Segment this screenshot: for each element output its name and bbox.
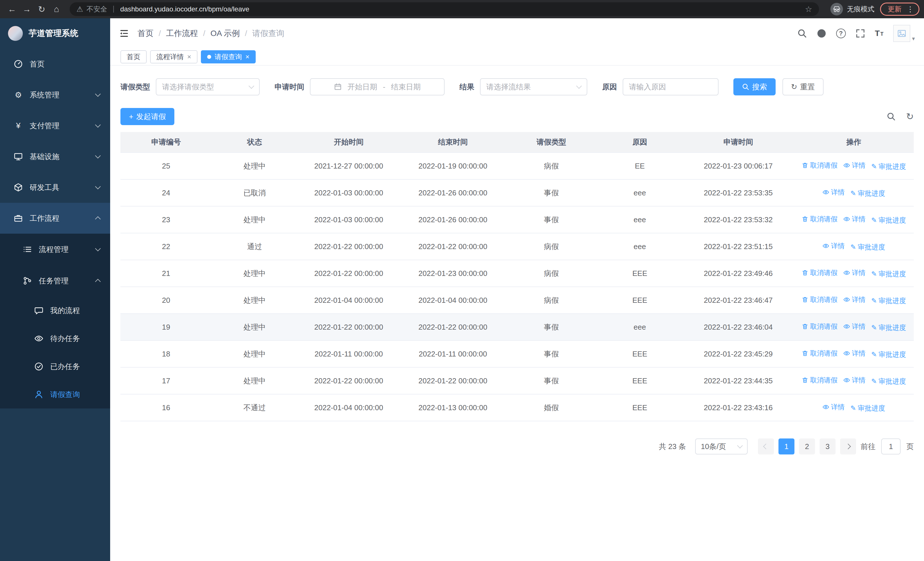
security-label[interactable]: 不安全 [87, 5, 107, 14]
eye-icon [843, 350, 850, 357]
sidebar-item-done-tasks[interactable]: 已办任务 [0, 352, 110, 381]
page-size-select[interactable]: 10条/页 [695, 438, 748, 454]
search-button[interactable]: 搜索 [734, 78, 776, 95]
url-bar[interactable]: ⚠ 不安全 dashboard.yudao.iocoder.cn/bpm/oa/… [70, 2, 819, 16]
tab-process-detail[interactable]: 流程详情 × [150, 50, 198, 63]
github-icon[interactable] [817, 29, 826, 38]
search-toggle-icon[interactable] [886, 112, 896, 121]
sidebar-item-payment-mgmt[interactable]: ¥ 支付管理 [0, 110, 110, 141]
edit-icon: ✎ [871, 378, 877, 385]
sidebar-item-task-mgmt[interactable]: 任务管理 [0, 265, 110, 296]
browser-menu-icon[interactable]: ⋮ [907, 5, 914, 14]
home-icon[interactable]: ⌂ [49, 2, 64, 17]
create-leave-button[interactable]: + 发起请假 [120, 108, 174, 125]
goto-page-input[interactable] [881, 438, 901, 454]
cancel-leave-link[interactable]: 取消请假 [802, 376, 837, 385]
sidebar-item-infrastructure[interactable]: 基础设施 [0, 141, 110, 172]
leave-type-select[interactable]: 请选择请假类型 [156, 78, 260, 95]
bookmark-star-icon[interactable]: ☆ [805, 5, 812, 14]
sidebar-collapse-button[interactable] [119, 29, 129, 38]
cancel-leave-link[interactable]: 取消请假 [802, 295, 837, 304]
detail-link[interactable]: 详情 [843, 349, 866, 358]
table-row[interactable]: 21 处理中 2022-01-22 00:00:00 2022-01-23 00… [120, 260, 914, 287]
table-row[interactable]: 18 处理中 2022-01-11 00:00:00 2022-01-11 00… [120, 340, 914, 367]
approval-progress-link[interactable]: ✎审批进度 [871, 216, 906, 225]
forward-icon[interactable]: → [20, 2, 34, 17]
detail-link[interactable]: 详情 [843, 376, 866, 385]
refresh-icon[interactable]: ↻ [906, 112, 914, 121]
reload-icon[interactable]: ↻ [34, 2, 49, 17]
approval-progress-link[interactable]: ✎审批进度 [850, 189, 885, 198]
reset-button[interactable]: ↻ 重置 [783, 78, 824, 95]
sidebar-item-todo-tasks[interactable]: 待办任务 [0, 325, 110, 352]
yen-icon: ¥ [14, 121, 23, 130]
branch-icon [23, 276, 32, 285]
approval-progress-link[interactable]: ✎审批进度 [871, 296, 906, 305]
tab-home[interactable]: 首页 [120, 50, 147, 63]
sidebar-item-my-process[interactable]: 我的流程 [0, 296, 110, 325]
detail-link[interactable]: 详情 [843, 295, 866, 304]
table-row[interactable]: 17 处理中 2022-01-22 00:00:00 2022-01-22 00… [120, 367, 914, 394]
approval-progress-link[interactable]: ✎审批进度 [871, 350, 906, 359]
table-row[interactable]: 22 通过 2022-01-22 00:00:00 2022-01-22 00:… [120, 233, 914, 260]
approval-progress-link[interactable]: ✎审批进度 [871, 162, 906, 171]
table-row[interactable]: 20 处理中 2022-01-04 00:00:00 2022-01-04 00… [120, 287, 914, 314]
breadcrumb-item-home[interactable]: 首页 [138, 28, 153, 39]
detail-link[interactable]: 详情 [822, 188, 844, 197]
eye-icon [843, 269, 850, 276]
reason-input[interactable] [622, 78, 718, 95]
table-row[interactable]: 25 处理中 2021-12-27 00:00:00 2022-01-19 00… [120, 152, 914, 179]
approval-progress-link[interactable]: ✎审批进度 [871, 377, 906, 386]
approval-progress-link[interactable]: ✎审批进度 [871, 269, 906, 278]
table-row[interactable]: 23 处理中 2022-01-03 00:00:00 2022-01-26 00… [120, 206, 914, 233]
close-icon[interactable]: × [187, 53, 191, 60]
chevron-down-icon [576, 83, 582, 89]
approval-progress-link[interactable]: ✎审批进度 [871, 323, 906, 332]
table-row[interactable]: 19 处理中 2022-01-22 00:00:00 2022-01-22 00… [120, 314, 914, 340]
cancel-leave-link[interactable]: 取消请假 [802, 349, 837, 358]
table-row[interactable]: 16 不通过 2022-01-04 00:00:00 2022-01-13 00… [120, 394, 914, 421]
tab-leave-query[interactable]: 请假查询 × [201, 50, 256, 63]
breadcrumb-item-workflow[interactable]: 工作流程 [166, 28, 198, 39]
col-apply-time: 申请时间 [682, 132, 794, 152]
eye-icon [822, 242, 829, 250]
sidebar-item-leave-query[interactable]: 请假查询 [0, 381, 110, 409]
sidebar-item-workflow[interactable]: 工作流程 [0, 203, 110, 234]
back-icon[interactable]: ← [4, 2, 20, 17]
breadcrumb-item-oa-example[interactable]: OA 示例 [211, 28, 240, 39]
detail-link[interactable]: 详情 [843, 322, 866, 331]
sidebar-item-system-mgmt[interactable]: ⚙ 系统管理 [0, 80, 110, 110]
fullscreen-icon[interactable] [855, 29, 865, 38]
cancel-leave-link[interactable]: 取消请假 [802, 268, 837, 277]
cube-icon [14, 183, 23, 192]
detail-link[interactable]: 详情 [843, 215, 866, 224]
prev-page-button[interactable] [758, 438, 774, 454]
page-button-2[interactable]: 2 [799, 438, 815, 454]
apply-time-range-picker[interactable]: 开始日期 - 结束日期 [310, 78, 445, 95]
search-icon[interactable] [797, 29, 807, 38]
approval-progress-link[interactable]: ✎审批进度 [850, 404, 885, 413]
close-icon[interactable]: × [245, 53, 249, 60]
help-icon[interactable]: ? [836, 29, 846, 38]
detail-link[interactable]: 详情 [822, 403, 844, 412]
detail-link[interactable]: 详情 [843, 268, 866, 277]
detail-link[interactable]: 详情 [843, 161, 866, 170]
cancel-leave-link[interactable]: 取消请假 [802, 215, 837, 224]
page-button-3[interactable]: 3 [819, 438, 836, 454]
table-row[interactable]: 24 已取消 2022-01-03 00:00:00 2022-01-26 00… [120, 179, 914, 206]
sidebar-item-home[interactable]: 首页 [0, 48, 110, 80]
cancel-leave-link[interactable]: 取消请假 [802, 161, 837, 170]
approval-progress-link[interactable]: ✎审批进度 [850, 242, 885, 252]
user-avatar[interactable]: ▾ [893, 25, 915, 42]
result-select[interactable]: 请选择流结果 [480, 78, 587, 95]
update-button[interactable]: 更新 ⋮ [880, 3, 920, 16]
font-size-icon[interactable]: TT [875, 29, 884, 38]
breadcrumb-separator: / [159, 29, 161, 38]
detail-link[interactable]: 详情 [822, 241, 844, 251]
page-button-1[interactable]: 1 [778, 438, 795, 454]
app-logo[interactable]: 芋道管理系统 [0, 18, 110, 48]
cancel-leave-link[interactable]: 取消请假 [802, 322, 837, 331]
sidebar-item-process-mgmt[interactable]: 流程管理 [0, 234, 110, 265]
next-page-button[interactable] [840, 438, 856, 454]
sidebar-item-dev-tools[interactable]: 研发工具 [0, 172, 110, 203]
